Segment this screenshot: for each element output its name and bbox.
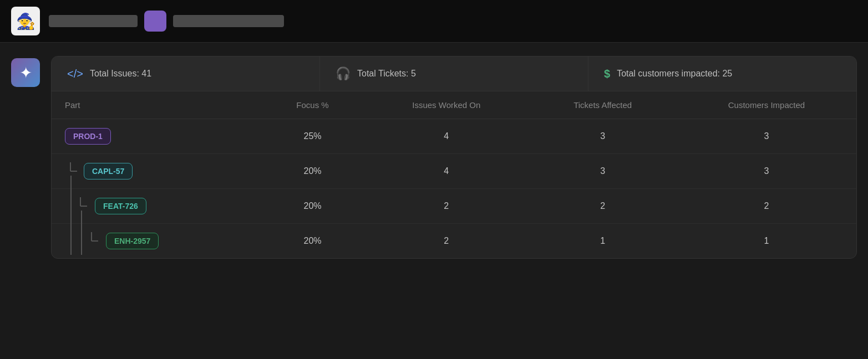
table-row: PROD-1 25% 4 3 3	[52, 119, 856, 154]
badge-feat-726[interactable]: FEAT-726	[95, 198, 146, 214]
table-row: CAPL-57 20% 4 3 3	[52, 154, 856, 189]
blurred-text-1	[49, 15, 138, 27]
col-part: Part	[52, 91, 261, 119]
header-title	[49, 11, 284, 32]
customers-cell: 3	[677, 119, 856, 154]
part-cell: FEAT-726	[52, 189, 261, 224]
part-cell: CAPL-57	[52, 154, 261, 189]
customers-cell: 2	[677, 189, 856, 224]
data-table: Part Focus % Issues Worked On Tickets Af…	[52, 91, 856, 258]
stat-total-tickets: 🎧 Total Tickets: 5	[320, 57, 588, 91]
col-tickets: Tickets Affected	[529, 91, 677, 119]
stat-total-issues: </> Total Issues: 41	[52, 57, 320, 91]
tickets-cell: 3	[529, 154, 677, 189]
part-cell: PROD-1	[52, 119, 261, 154]
avatar: 🧙	[11, 7, 40, 35]
issues-cell: 4	[364, 154, 529, 189]
col-focus: Focus %	[261, 91, 364, 119]
stat-tickets-label: Total Tickets: 5	[357, 69, 416, 79]
blurred-text-2	[173, 15, 284, 27]
col-customers: Customers Impacted	[677, 91, 856, 119]
stat-issues-label: Total Issues: 41	[90, 69, 151, 79]
tree-line-svg-3	[86, 232, 98, 250]
tree-vert-line-3	[81, 211, 82, 255]
stat-customers-label: Total customers impacted: 25	[617, 69, 732, 79]
stats-row: </> Total Issues: 41 🎧 Total Tickets: 5 …	[52, 57, 856, 91]
customers-cell: 1	[677, 224, 856, 259]
headset-icon: 🎧	[336, 66, 351, 81]
main-content: ✦ </> Total Issues: 41 🎧 Total Tickets: …	[0, 43, 868, 272]
dollar-icon: $	[604, 68, 610, 80]
customers-cell: 3	[677, 154, 856, 189]
table-row: FEAT-726 20% 2 2 2	[52, 189, 856, 224]
issues-cell: 2	[364, 189, 529, 224]
header-pill	[144, 11, 166, 32]
badge-capl-57[interactable]: CAPL-57	[84, 163, 133, 180]
tickets-cell: 3	[529, 119, 677, 154]
focus-cell: 20%	[261, 189, 364, 224]
issues-cell: 2	[364, 224, 529, 259]
sparkle-symbol: ✦	[19, 64, 32, 82]
part-cell-inner: ENH-2957	[65, 233, 248, 249]
sparkle-icon: ✦	[11, 58, 40, 87]
tickets-cell: 1	[529, 224, 677, 259]
table-row: ENH-2957 20% 2 1 1	[52, 224, 856, 259]
table-header-row: Part Focus % Issues Worked On Tickets Af…	[52, 91, 856, 119]
tickets-cell: 2	[529, 189, 677, 224]
col-issues: Issues Worked On	[364, 91, 529, 119]
badge-prod-1[interactable]: PROD-1	[65, 128, 111, 145]
stat-total-customers: $ Total customers impacted: 25	[588, 57, 856, 91]
part-cell: ENH-2957	[52, 224, 261, 259]
focus-cell: 20%	[261, 154, 364, 189]
code-icon: </>	[67, 68, 83, 80]
part-cell-inner: CAPL-57	[65, 163, 248, 180]
part-cell-inner: PROD-1	[65, 128, 248, 145]
badge-enh-2957[interactable]: ENH-2957	[106, 233, 159, 249]
focus-cell: 20%	[261, 224, 364, 259]
issues-cell: 4	[364, 119, 529, 154]
part-cell-inner: FEAT-726	[65, 198, 248, 214]
panel: </> Total Issues: 41 🎧 Total Tickets: 5 …	[51, 56, 857, 259]
tree-vert-line-2	[70, 211, 72, 255]
focus-cell: 25%	[261, 119, 364, 154]
header-bar: 🧙	[0, 0, 868, 43]
